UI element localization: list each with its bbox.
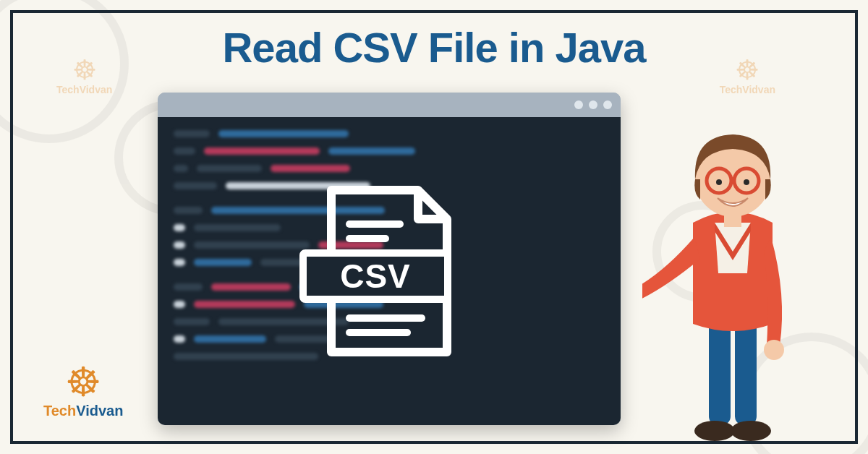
svg-point-7: [731, 421, 771, 441]
brand-logo: ☸ TechVidvan: [43, 362, 123, 419]
svg-rect-3: [346, 329, 411, 336]
svg-rect-1: [346, 235, 389, 242]
csv-file-icon: CSV: [317, 184, 461, 358]
svg-point-14: [716, 179, 722, 185]
svg-rect-2: [346, 314, 425, 322]
window-dot-icon: [574, 100, 583, 109]
csv-label: CSV: [299, 249, 451, 303]
page-title: Read CSV File in Java: [13, 13, 855, 72]
brand-tech: Tech: [43, 403, 76, 419]
window-dot-icon: [603, 100, 612, 109]
window-titlebar: [158, 93, 621, 117]
illustration-stage: CSV: [13, 93, 855, 441]
window-dot-icon: [589, 100, 597, 109]
svg-point-9: [764, 340, 784, 360]
person-illustration: [642, 107, 816, 447]
code-window: CSV: [158, 93, 621, 425]
svg-point-15: [744, 179, 749, 185]
frame-border: ☸TechVidvan ☸TechVidvan ☸TechVidvan ☸Tec…: [10, 10, 858, 444]
svg-rect-0: [346, 220, 404, 228]
code-content: CSV: [158, 117, 621, 425]
brand-vidvan: Vidvan: [76, 403, 123, 419]
buddha-icon: ☸: [43, 362, 123, 403]
svg-rect-16: [724, 213, 741, 227]
svg-point-6: [694, 421, 735, 441]
